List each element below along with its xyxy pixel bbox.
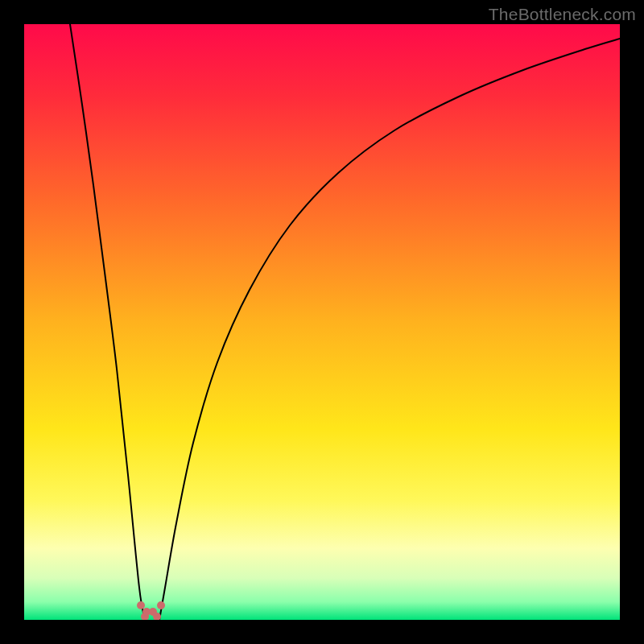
chart-frame: TheBottleneck.com	[0, 0, 644, 644]
chart-plot	[24, 24, 620, 620]
gradient-background	[24, 24, 620, 620]
valley-marker	[137, 601, 145, 609]
watermark-text: TheBottleneck.com	[489, 5, 636, 24]
valley-marker	[157, 601, 165, 609]
